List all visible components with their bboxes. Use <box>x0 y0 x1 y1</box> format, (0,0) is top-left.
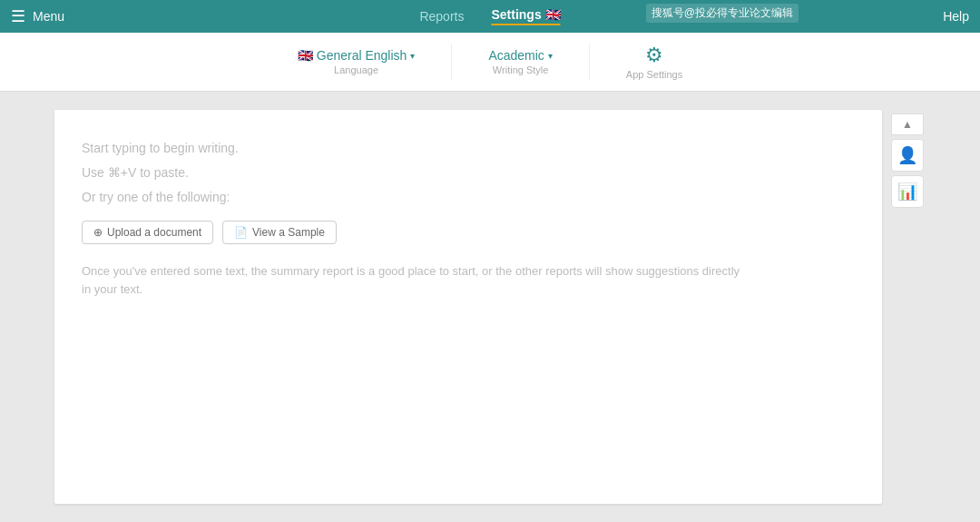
sample-icon: 📄 <box>234 226 248 239</box>
person-icon: 👤 <box>897 145 917 165</box>
doc-buttons: ⊕ Upload a document 📄 View a Sample <box>82 221 855 244</box>
scroll-up-button[interactable]: ▲ <box>891 113 924 135</box>
divider-2 <box>589 44 590 80</box>
person-button[interactable]: 👤 <box>891 139 924 172</box>
nav-reports[interactable]: Reports <box>419 9 464 24</box>
app-settings[interactable]: ⚙ App Settings <box>626 44 682 80</box>
language-sublabel: Language <box>334 64 378 75</box>
right-sidebar: ▲ 👤 📊 <box>889 110 926 504</box>
topbar-left: ☰ Menu <box>11 6 64 26</box>
divider-1 <box>451 44 452 80</box>
upload-document-button[interactable]: ⊕ Upload a document <box>82 221 213 244</box>
chart-button[interactable]: 📊 <box>891 175 924 208</box>
doc-summary-text: Once you've entered some text, the summa… <box>82 262 744 300</box>
view-sample-button[interactable]: 📄 View a Sample <box>222 221 337 244</box>
chart-icon: 📊 <box>897 182 917 202</box>
hint-line-2: Use ⌘+V to paste. <box>82 162 855 184</box>
language-dropdown-arrow: ▾ <box>410 51 415 61</box>
language-setting[interactable]: 🇬🇧 General English ▾ Language <box>298 48 416 75</box>
upload-icon: ⊕ <box>93 226 103 239</box>
topbar-center: Reports Settings 🇬🇧 <box>419 7 560 25</box>
language-value: General English <box>317 48 407 63</box>
topbar-right: 搜狐号@投必得专业论文编辑 Help <box>943 9 969 24</box>
topbar: ☰ Menu Reports Settings 🇬🇧 搜狐号@投必得专业论文编辑… <box>0 0 980 33</box>
menu-label[interactable]: Menu <box>33 9 64 24</box>
doc-panel[interactable]: Start typing to begin writing. Use ⌘+V t… <box>54 110 882 504</box>
nav-settings[interactable]: Settings 🇬🇧 <box>491 7 560 25</box>
help-link[interactable]: Help <box>943 9 969 24</box>
settings-bar: 🇬🇧 General English ▾ Language Academic ▾… <box>0 33 980 92</box>
watermark-text: 搜狐号@投必得专业论文编辑 <box>646 4 799 23</box>
menu-icon: ☰ <box>11 6 25 26</box>
style-sublabel: Writing Style <box>493 64 549 75</box>
flag-icon: 🇬🇧 <box>545 7 561 22</box>
doc-hints: Start typing to begin writing. Use ⌘+V t… <box>82 137 855 210</box>
chevron-up-icon: ▲ <box>902 118 913 131</box>
style-value: Academic <box>488 48 544 63</box>
style-dropdown-arrow: ▾ <box>548 51 553 61</box>
hint-line-3: Or try one of the following: <box>82 186 855 209</box>
flag-icon: 🇬🇧 <box>298 48 313 63</box>
hint-line-1: Start typing to begin writing. <box>82 137 855 160</box>
writing-style-setting[interactable]: Academic ▾ Writing Style <box>488 48 552 75</box>
app-settings-label: App Settings <box>626 69 682 80</box>
main-area: Start typing to begin writing. Use ⌘+V t… <box>0 92 980 522</box>
gear-icon: ⚙ <box>645 44 663 67</box>
